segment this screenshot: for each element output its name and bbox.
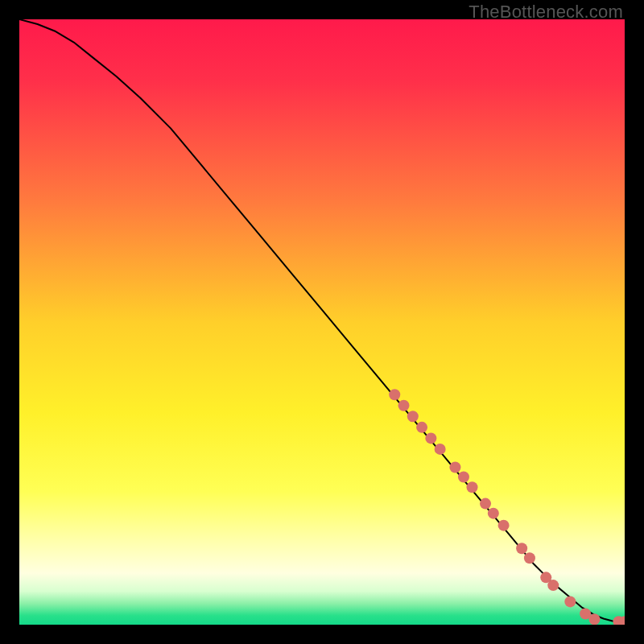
- highlight-dot: [588, 613, 600, 625]
- gradient-background: [19, 19, 625, 625]
- highlight-dot: [480, 498, 491, 510]
- highlight-dot: [389, 389, 400, 400]
- highlight-dot: [524, 552, 535, 564]
- highlight-dot: [488, 508, 499, 519]
- highlight-dot: [564, 596, 576, 607]
- highlight-dot: [516, 543, 527, 554]
- chart-frame: TheBottleneck.com: [0, 0, 644, 644]
- highlight-dot: [458, 472, 469, 483]
- highlight-dot: [547, 580, 559, 591]
- highlight-dot: [425, 432, 436, 444]
- chart-svg: [19, 19, 625, 625]
- plot-area: [19, 19, 625, 625]
- highlight-dot: [398, 400, 410, 411]
- highlight-dot: [407, 411, 419, 422]
- highlight-dot: [449, 461, 460, 473]
- highlight-dot: [435, 444, 446, 455]
- highlight-dot: [416, 422, 427, 433]
- highlight-dot: [467, 481, 478, 493]
- highlight-dot: [498, 520, 510, 531]
